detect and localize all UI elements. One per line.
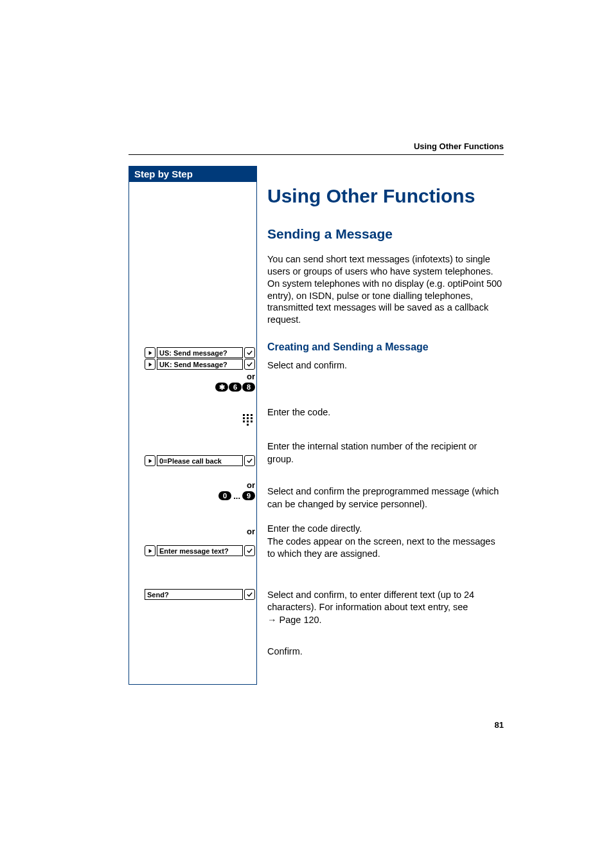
menu-row-enter-text: Enter message text? [145,545,255,556]
instr-code: Enter the code. [267,406,504,440]
range-dots: ... [232,492,242,500]
nav-next-icon[interactable] [145,347,155,358]
ok-icon[interactable] [244,545,255,556]
step-header: Step by Step [129,166,256,182]
spacer [129,424,256,455]
instr-preprog: Select and confirm the preprogrammed mes… [267,485,504,523]
menu-label-please-call: 0=Please call back [157,455,243,466]
menu-label-enter-text: Enter message text? [157,545,243,556]
heading-1: Using Other Functions [267,185,504,207]
page-number: 81 [495,720,504,730]
instr-select: Select and confirm. [267,359,504,406]
key-0[interactable]: 0 [218,491,231,500]
instr-enter-text-body: Select and confirm, to enter different t… [267,590,474,613]
code-keys-0-9: 0 ... 9 [218,491,255,500]
intro-paragraph: You can send short text messages (infote… [267,253,504,326]
block-enter-text: Enter message text? [129,545,256,557]
block-send: Send? [129,589,256,601]
or-label: or [247,527,255,536]
instr-direct-line1: Enter the code directly. [267,523,362,534]
header-rule [129,154,504,155]
block-or-2: or [129,527,256,536]
block-please-call: 0=Please call back or 0 ... 9 [129,455,256,500]
content-columns: Step by Step US: Send message? UK: Send … [129,166,504,685]
ok-icon[interactable] [244,359,255,370]
menu-row-please-call: 0=Please call back [145,455,255,466]
code-keys-68: ✱ 6 8 [215,383,255,392]
instr-direct: Enter the code directly. The codes appea… [267,523,504,561]
step-column: Step by Step US: Send message? UK: Send … [129,166,257,685]
or-label: or [247,372,255,381]
page-ref-link[interactable]: Page 120. [280,615,322,625]
instr-station: Enter the internal station number of the… [267,440,504,485]
running-header: Using Other Functions [414,141,504,151]
menu-row-send: Send? [145,589,255,600]
ok-icon[interactable] [244,589,255,600]
key-6[interactable]: 6 [229,383,242,392]
nav-next-icon[interactable] [145,359,155,370]
key-8[interactable]: 8 [242,383,255,392]
block-select-send: US: Send message? UK: Send Message? or ✱… [129,347,256,392]
svg-marker-1 [148,362,152,366]
arrow-icon: → [267,615,280,625]
instr-confirm: Confirm. [267,646,504,658]
spacer [129,536,256,545]
ok-icon[interactable] [244,455,255,466]
nav-next-icon[interactable] [145,455,155,466]
ok-icon[interactable] [244,347,255,358]
menu-label-uk-send: UK: Send Message? [157,359,243,370]
menu-row-uk-send: UK: Send Message? [145,359,255,370]
menu-label-us-send: US: Send message? [157,347,243,358]
menu-row-us-send: US: Send message? [145,347,255,358]
heading-2: Sending a Message [267,226,504,242]
instr-direct-line2: The codes appear on the screen, next to … [267,536,495,559]
instr-enter-text: Select and confirm, to enter different t… [267,589,504,627]
spacer [129,182,256,347]
nav-next-icon[interactable] [145,545,155,556]
spacer [129,601,256,684]
menu-label-send: Send? [145,589,243,600]
spacer [129,500,256,527]
block-dialpad [129,414,256,424]
spacer [129,557,256,589]
heading-3: Creating and Sending a Message [267,341,504,353]
text-column: Using Other Functions Sending a Message … [257,166,504,685]
spacer [129,392,256,414]
key-9[interactable]: 9 [242,491,255,500]
svg-marker-0 [148,350,152,354]
or-label: or [247,481,255,489]
page: Using Other Functions 81 Step by Step US… [0,0,613,868]
key-star[interactable]: ✱ [215,383,228,392]
svg-marker-2 [148,458,152,462]
dialpad-icon [243,414,253,424]
svg-marker-3 [148,548,152,552]
